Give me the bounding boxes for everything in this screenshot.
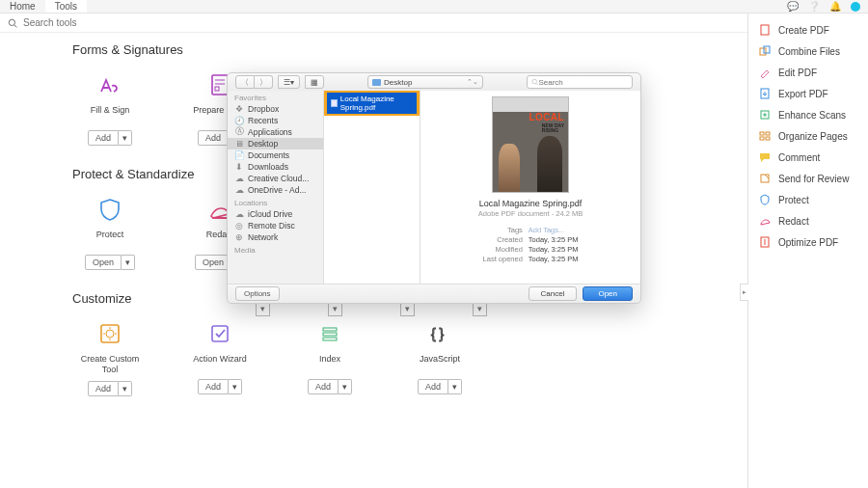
dialog-toolbar: 〈〉 ☰▾ ▦ Desktop⌃⌄ (228, 73, 640, 91)
collapse-handle[interactable]: ▸ (740, 284, 748, 301)
add-button[interactable]: Add (198, 379, 229, 394)
tab-home[interactable]: Home (0, 0, 45, 13)
svg-rect-21 (760, 137, 764, 140)
sb-apps[interactable]: ⒶApplications (228, 126, 323, 138)
dropdown-button[interactable]: ▾ (119, 381, 132, 396)
tool-index[interactable]: Index Add▾ (292, 319, 367, 396)
rp-enhance[interactable]: Enhance Scans (748, 104, 868, 125)
avatar[interactable] (851, 2, 860, 12)
file-thumbnail: LOCAL NEW DAYRISING (492, 96, 569, 193)
right-panel: ▸ Create PDF Combine Files Edit PDF Expo… (747, 14, 868, 488)
svg-rect-10 (323, 328, 337, 331)
sb-icloud[interactable]: ☁iCloud Drive (228, 208, 323, 220)
sb-documents[interactable]: 📄Documents (228, 149, 323, 161)
add-tags[interactable]: Add Tags... (529, 226, 579, 234)
sb-downloads[interactable]: ⬇Downloads (228, 161, 323, 173)
chat-icon[interactable]: 💬 (787, 1, 799, 12)
preview-filename: Local Magazine Spring.pdf (479, 199, 583, 208)
file-column: Local Magazine Spring.pdf (324, 91, 420, 284)
view-grid[interactable]: ▦ (305, 75, 324, 89)
protect-icon (758, 193, 772, 206)
enhance-icon (758, 108, 772, 122)
open-button[interactable]: Open (583, 286, 633, 301)
svg-rect-12 (323, 338, 337, 340)
nav-back[interactable]: 〈 (235, 75, 255, 89)
rp-edit[interactable]: Edit PDF (748, 62, 868, 83)
help-icon[interactable]: ❔ (808, 1, 820, 12)
rp-create-pdf[interactable]: Create PDF (748, 19, 868, 41)
app-tabs: Home Tools 💬 ❔ 🔔 (0, 0, 868, 14)
location-dropdown[interactable]: Desktop⌃⌄ (367, 75, 483, 89)
dropdown-button[interactable]: ▾ (229, 379, 242, 394)
nav-fwd[interactable]: 〉 (255, 75, 273, 89)
redact2-icon (758, 214, 772, 228)
cloud-icon: ☁ (234, 185, 244, 195)
options-button[interactable]: Options (235, 286, 280, 301)
search-input[interactable] (23, 17, 216, 28)
preview-kind: Adobe PDF document - 24.2 MB (478, 209, 583, 218)
tool-action-wizard[interactable]: Action Wizard Add▾ (182, 319, 258, 396)
sb-network[interactable]: ⊕Network (228, 231, 323, 243)
sb-onedrive[interactable]: ☁OneDrive - Ad... (228, 184, 323, 196)
tool-protect[interactable]: Protect Open▾ (72, 195, 148, 270)
dialog-footer: Options Cancel Open (228, 284, 640, 303)
rp-combine[interactable]: Combine Files (748, 41, 868, 62)
preview-pane: LOCAL NEW DAYRISING Local Magazine Sprin… (420, 91, 640, 284)
rp-redact[interactable]: Redact (748, 210, 868, 231)
dropdown-button[interactable]: ▾ (119, 130, 132, 146)
cloud-icon: ☁ (234, 174, 244, 183)
tool-fill-sign[interactable]: Fill & Sign Add▾ (72, 70, 148, 146)
svg-rect-2 (212, 75, 228, 95)
file-selected[interactable]: Local Magazine Spring.pdf (324, 91, 420, 116)
sb-cc[interactable]: ☁Creative Cloud... (228, 173, 323, 184)
cancel-button[interactable]: Cancel (529, 286, 578, 301)
wizard-icon (207, 321, 232, 346)
rp-review[interactable]: Send for Review (748, 168, 868, 189)
bell-icon[interactable]: 🔔 (829, 1, 841, 12)
tool-create-custom[interactable]: Create Custom Tool Add▾ (72, 319, 148, 396)
svg-point-25 (532, 79, 537, 84)
dialog-sidebar: Favorites ❖Dropbox 🕘Recents ⒶApplication… (228, 91, 324, 284)
rp-organize[interactable]: Organize Pages (748, 125, 868, 147)
sb-desktop[interactable]: 🖥Desktop (228, 138, 323, 149)
add-button[interactable]: Add (198, 130, 229, 146)
svg-rect-14 (761, 25, 769, 35)
clock-icon: 🕘 (234, 116, 244, 125)
add-button[interactable]: Add (418, 379, 448, 394)
add-button[interactable]: Add (88, 381, 119, 396)
fill-sign-icon (97, 72, 122, 97)
combine-icon (758, 44, 772, 58)
tool-javascript[interactable]: { } JavaScript Add▾ (402, 319, 477, 396)
cloud-icon: ☁ (234, 209, 244, 219)
open-button[interactable]: Open (85, 255, 122, 270)
svg-rect-15 (760, 48, 766, 55)
svg-rect-11 (323, 333, 337, 336)
media-header: Media (228, 243, 323, 256)
svg-rect-16 (764, 46, 770, 53)
rp-export[interactable]: Export PDF (748, 83, 868, 104)
disc-icon: ◎ (234, 221, 244, 230)
preview-metadata: TagsAdd Tags... CreatedToday, 3:25 PM Mo… (483, 226, 579, 263)
sb-dropbox[interactable]: ❖Dropbox (228, 103, 323, 115)
tab-tools[interactable]: Tools (45, 0, 87, 13)
dropdown-button[interactable]: ▾ (122, 255, 135, 270)
folder-icon (372, 79, 381, 86)
svg-rect-5 (215, 87, 219, 91)
rp-protect[interactable]: Protect (748, 189, 868, 210)
dialog-search[interactable] (527, 75, 633, 89)
rp-optimize[interactable]: Optimize PDF (748, 231, 868, 253)
svg-rect-9 (212, 326, 228, 341)
create-pdf-icon (758, 23, 772, 37)
sb-remote[interactable]: ◎Remote Disc (228, 220, 323, 231)
add-button[interactable]: Add (88, 130, 119, 146)
search-icon (531, 78, 538, 86)
rp-comment[interactable]: Comment (748, 147, 868, 168)
locations-header: Locations (228, 196, 323, 208)
dropdown-button[interactable]: ▾ (448, 379, 462, 394)
custom-tool-icon (97, 321, 122, 346)
sb-recents[interactable]: 🕘Recents (228, 115, 323, 126)
search-icon (8, 18, 17, 28)
view-columns[interactable]: ☰▾ (278, 75, 300, 89)
dropdown-button[interactable]: ▾ (339, 379, 352, 394)
add-button[interactable]: Add (308, 379, 339, 394)
